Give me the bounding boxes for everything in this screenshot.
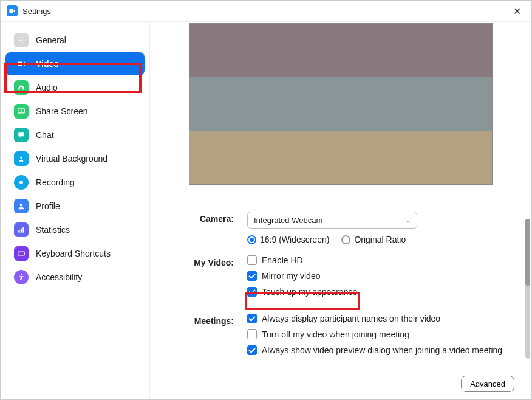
row-camera: Camera: Integrated Webcam ⌄ 16:9 (Widesc… [165, 212, 517, 244]
checkbox-label: Always show video preview dialog when jo… [262, 345, 502, 355]
close-button[interactable]: ✕ [508, 4, 525, 18]
meetings-label: Meetings: [165, 314, 247, 361]
sidebar-item-label: Profile [36, 201, 60, 211]
svg-rect-6 [21, 229, 22, 233]
enable-hd-checkbox[interactable]: Enable HD [247, 255, 517, 265]
sidebar-item-label: General [36, 35, 66, 45]
sidebar-item-profile[interactable]: Profile [5, 195, 145, 218]
sidebar-item-label: Keyboard Shortcuts [36, 249, 111, 258]
accessibility-icon [14, 270, 29, 284]
svg-point-2 [20, 157, 22, 159]
sidebar-item-label: Chat [36, 130, 54, 140]
sidebar-item-share-screen[interactable]: Share Screen [5, 100, 145, 123]
radio-circle-icon [247, 235, 256, 244]
touch-up-appearance-checkbox[interactable]: Touch up my appearance [247, 287, 517, 297]
sidebar-item-label: Share Screen [36, 106, 88, 116]
mirror-video-checkbox[interactable]: Mirror my video [247, 271, 517, 281]
svg-rect-5 [18, 230, 19, 233]
display-names-checkbox[interactable]: Always display participant names on thei… [247, 314, 517, 323]
checkbox-icon [247, 314, 257, 323]
radio-label: Original Ratio [354, 235, 406, 244]
preview-stripe [189, 24, 492, 77]
main-panel: Camera: Integrated Webcam ⌄ 16:9 (Widesc… [150, 22, 531, 399]
sidebar-item-statistics[interactable]: Statistics [5, 218, 145, 241]
aspect-original-radio[interactable]: Original Ratio [341, 235, 406, 244]
audio-icon [14, 80, 29, 95]
footer: Advanced [165, 372, 517, 392]
virtual-background-icon [14, 151, 29, 166]
sidebar-item-chat[interactable]: Chat [5, 123, 145, 147]
gear-icon [14, 33, 29, 47]
checkbox-icon [247, 255, 257, 265]
chat-icon [14, 128, 29, 142]
checkbox-label: Mirror my video [262, 271, 320, 281]
app-icon [7, 5, 18, 16]
preview-stripe [189, 77, 492, 131]
content: General Video Audio Share Screen [1, 22, 531, 399]
checkbox-icon [247, 345, 257, 355]
scrollbar[interactable] [525, 219, 530, 359]
svg-rect-10 [21, 253, 21, 253]
share-screen-icon [14, 104, 29, 119]
statistics-icon [14, 222, 29, 237]
profile-icon [14, 199, 29, 213]
row-my-video: My Video: Enable HD Mirror my video T [165, 255, 517, 303]
svg-point-12 [21, 274, 22, 275]
recording-icon [14, 175, 29, 190]
camera-select[interactable]: Integrated Webcam ⌄ [247, 212, 417, 229]
sidebar-item-general[interactable]: General [5, 29, 145, 52]
checkbox-label: Enable HD [262, 255, 303, 265]
svg-point-0 [20, 39, 22, 41]
sidebar-item-label: Audio [36, 83, 58, 92]
sidebar-item-accessibility[interactable]: Accessibility [5, 266, 145, 289]
row-meetings: Meetings: Always display participant nam… [165, 314, 517, 361]
checkbox-icon [247, 287, 257, 297]
sidebar-item-recording[interactable]: Recording [5, 171, 145, 194]
sidebar-item-virtual-background[interactable]: Virtual Background [5, 147, 145, 170]
close-icon: ✕ [513, 5, 521, 17]
sidebar-item-audio[interactable]: Audio [5, 76, 145, 99]
scrollbar-thumb[interactable] [525, 219, 530, 286]
advanced-button[interactable]: Advanced [461, 376, 514, 392]
form-area: Camera: Integrated Webcam ⌄ 16:9 (Widesc… [165, 212, 517, 372]
svg-point-4 [20, 204, 23, 207]
sidebar-item-keyboard-shortcuts[interactable]: Keyboard Shortcuts [5, 242, 145, 265]
chevron-down-icon: ⌄ [406, 217, 411, 224]
sidebar: General Video Audio Share Screen [1, 22, 150, 399]
video-preview [189, 23, 493, 185]
window-title: Settings [22, 7, 51, 16]
camera-selected-value: Integrated Webcam [254, 216, 322, 225]
keyboard-icon [14, 246, 29, 261]
svg-point-3 [19, 181, 23, 184]
svg-rect-11 [22, 253, 22, 253]
sidebar-item-video[interactable]: Video [5, 52, 145, 75]
radio-circle-icon [341, 235, 350, 244]
turn-off-video-checkbox[interactable]: Turn off my video when joining meeting [247, 329, 517, 339]
svg-rect-7 [22, 227, 24, 232]
titlebar: Settings ✕ [1, 1, 531, 22]
sidebar-item-label: Accessibility [36, 272, 82, 282]
camera-label: Camera: [165, 212, 247, 244]
radio-label: 16:9 (Widescreen) [260, 235, 329, 244]
preview-stripe [189, 131, 492, 184]
checkbox-icon [247, 271, 257, 281]
sidebar-item-label: Virtual Background [36, 154, 107, 164]
sidebar-item-label: Video [36, 59, 59, 69]
video-icon [14, 57, 29, 71]
aspect-widescreen-radio[interactable]: 16:9 (Widescreen) [247, 235, 329, 244]
my-video-label: My Video: [165, 255, 247, 303]
checkbox-label: Touch up my appearance [262, 287, 357, 297]
checkbox-label: Always display participant names on thei… [262, 314, 440, 323]
sidebar-item-label: Recording [36, 178, 75, 187]
video-preview-dialog-checkbox[interactable]: Always show video preview dialog when jo… [247, 345, 517, 355]
svg-rect-9 [19, 253, 20, 253]
sidebar-item-label: Statistics [36, 225, 70, 235]
checkbox-icon [247, 329, 257, 339]
settings-window: Settings ✕ General Video [0, 0, 532, 400]
checkbox-label: Turn off my video when joining meeting [262, 329, 409, 339]
